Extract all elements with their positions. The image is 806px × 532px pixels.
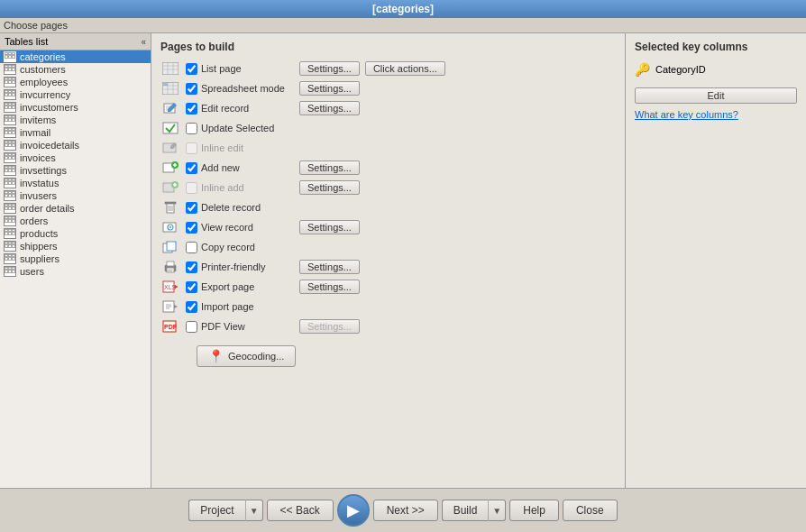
sidebar-item-invusers[interactable]: invusers xyxy=(0,189,151,202)
title-bar: [categories] xyxy=(0,0,806,18)
view-record-checkbox[interactable] xyxy=(186,222,197,234)
geocoding-label: Geocoding... xyxy=(228,351,284,362)
inline-add-settings-button[interactable]: Settings... xyxy=(299,180,360,195)
copy-record-label[interactable]: Copy record xyxy=(186,242,294,253)
project-dropdown-arrow[interactable]: ▼ xyxy=(245,500,263,521)
list-page-click-actions-button[interactable]: Click actions... xyxy=(365,61,445,76)
inline-edit-checkbox[interactable] xyxy=(186,142,197,154)
geocoding-button[interactable]: 📍 Geocoding... xyxy=(197,345,296,367)
spreadsheet-mode-label[interactable]: Spreadsheet mode xyxy=(186,83,294,95)
pdf-view-checkbox[interactable] xyxy=(186,321,197,333)
update-selected-text: Update Selected xyxy=(201,123,274,133)
add-new-settings-button[interactable]: Settings... xyxy=(299,161,360,175)
inline-add-checkbox[interactable] xyxy=(186,182,197,194)
table-icon-invoices xyxy=(4,152,16,163)
inline-edit-row: Inline edit xyxy=(160,140,616,156)
add-new-checkbox[interactable] xyxy=(186,162,197,174)
delete-icon xyxy=(160,199,180,216)
run-button[interactable]: ▶ xyxy=(337,494,370,527)
pdf-view-settings-button[interactable]: Settings... xyxy=(299,319,360,334)
export-page-settings-button[interactable]: Settings... xyxy=(299,280,360,294)
sidebar-item-invoices[interactable]: invoices xyxy=(0,151,151,164)
table-name-invitems: invitems xyxy=(20,115,56,125)
svg-rect-34 xyxy=(167,242,176,251)
project-button-group: Project ▼ xyxy=(188,500,262,521)
view-record-label[interactable]: View record xyxy=(186,222,294,234)
table-icon-invoicedetails xyxy=(4,140,16,151)
edit-record-label[interactable]: Edit record xyxy=(186,103,294,115)
sidebar-item-products[interactable]: products xyxy=(0,227,151,240)
sidebar-item-categories[interactable]: categories xyxy=(0,50,151,63)
sidebar-item-invoicedetails[interactable]: invoicedetails xyxy=(0,139,151,151)
export-page-checkbox[interactable] xyxy=(186,281,197,293)
help-button[interactable]: Help xyxy=(509,500,559,521)
table-icon-invsettings xyxy=(4,165,16,176)
spreadsheet-mode-settings-button[interactable]: Settings... xyxy=(299,81,360,96)
export-page-row: XLS Export page Settings... xyxy=(160,279,616,295)
table-name-categories: categories xyxy=(20,51,66,62)
add-new-label[interactable]: Add new xyxy=(186,162,294,174)
import-page-label[interactable]: Import page xyxy=(186,301,294,313)
spreadsheet-icon xyxy=(160,80,180,96)
add-new-row: Add new Settings... xyxy=(160,160,616,176)
sidebar-item-invitems[interactable]: invitems xyxy=(0,114,151,126)
printer-friendly-label[interactable]: Printer-friendly xyxy=(186,261,294,273)
list-page-label[interactable]: List page xyxy=(186,63,294,75)
printer-icon xyxy=(160,259,180,275)
list-page-checkbox[interactable] xyxy=(186,63,197,75)
table-name-invoicedetails: invoicedetails xyxy=(20,140,79,151)
sidebar-item-invmail[interactable]: invmail xyxy=(0,126,151,139)
spreadsheet-mode-checkbox[interactable] xyxy=(186,83,197,95)
view-record-settings-button[interactable]: Settings... xyxy=(299,220,360,234)
sidebar-item-employees[interactable]: employees xyxy=(0,76,151,88)
table-icon-users xyxy=(4,266,16,277)
edit-record-checkbox[interactable] xyxy=(186,103,197,115)
edit-icon xyxy=(160,100,180,116)
list-page-settings-button[interactable]: Settings... xyxy=(299,61,360,76)
edit-record-settings-button[interactable]: Settings... xyxy=(299,101,360,115)
collapse-button[interactable]: « xyxy=(141,37,146,47)
sidebar-item-customers[interactable]: customers xyxy=(0,63,151,76)
delete-record-label[interactable]: Delete record xyxy=(186,202,294,214)
printer-friendly-checkbox[interactable] xyxy=(186,261,197,273)
sidebar-item-invcustomers[interactable]: invcustomers xyxy=(0,101,151,114)
table-icon-products xyxy=(4,228,16,239)
next-button[interactable]: Next >> xyxy=(373,500,438,521)
what-are-key-columns-link[interactable]: What are key columns? xyxy=(635,109,797,120)
choose-pages-label: Choose pages xyxy=(4,20,68,31)
top-section: Choose pages xyxy=(0,18,806,33)
delete-record-checkbox[interactable] xyxy=(186,202,197,214)
key-columns-edit-button[interactable]: Edit xyxy=(635,87,797,104)
build-button[interactable]: Build xyxy=(442,500,489,521)
close-button[interactable]: Close xyxy=(563,500,618,521)
export-page-label[interactable]: Export page xyxy=(186,281,294,293)
build-dropdown-arrow[interactable]: ▼ xyxy=(488,500,506,521)
sidebar-item-orders[interactable]: orders xyxy=(0,215,151,227)
pdf-view-label[interactable]: PDF View xyxy=(186,321,294,333)
import-page-checkbox[interactable] xyxy=(186,301,197,313)
sidebar-item-invstatus[interactable]: invstatus xyxy=(0,177,151,189)
window-title: [categories] xyxy=(372,3,434,15)
update-selected-checkbox[interactable] xyxy=(186,123,197,134)
copy-record-checkbox[interactable] xyxy=(186,242,197,253)
printer-friendly-settings-button[interactable]: Settings... xyxy=(299,260,360,274)
project-button[interactable]: Project xyxy=(188,500,244,521)
svg-rect-10 xyxy=(163,83,168,86)
update-selected-label[interactable]: Update Selected xyxy=(186,123,294,134)
sidebar-item-order-details[interactable]: order details xyxy=(0,202,151,215)
table-icon-suppliers xyxy=(4,253,16,264)
delete-record-text: Delete record xyxy=(201,202,261,213)
sidebar-item-suppliers[interactable]: suppliers xyxy=(0,252,151,265)
sidebar-item-invcurrency[interactable]: invcurrency xyxy=(0,88,151,101)
sidebar-item-shippers[interactable]: shippers xyxy=(0,240,151,252)
table-name-orders: orders xyxy=(20,216,48,226)
table-icon-employees xyxy=(4,77,16,87)
table-icon-invcurrency xyxy=(4,89,16,100)
sidebar-header: Tables list « xyxy=(0,33,151,50)
spreadsheet-mode-row: Spreadsheet mode Settings... xyxy=(160,80,616,96)
sidebar-item-invsettings[interactable]: invsettings xyxy=(0,164,151,177)
import-page-text: Import page xyxy=(201,301,254,312)
back-button[interactable]: << Back xyxy=(267,500,334,521)
sidebar-item-users[interactable]: users xyxy=(0,265,151,278)
pages-panel: Pages to build List page Settings xyxy=(151,33,626,488)
